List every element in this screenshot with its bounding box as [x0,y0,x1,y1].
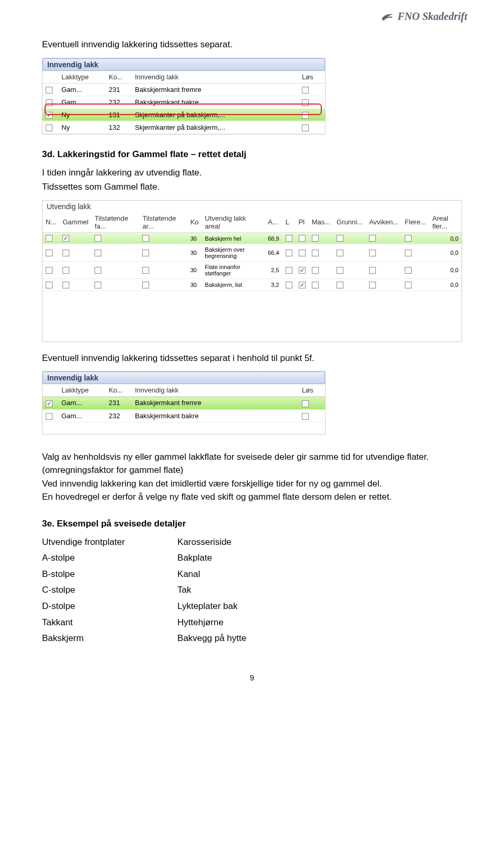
checkbox-icon [312,282,319,288]
checkbox-icon [142,282,149,288]
checkbox-icon [94,282,101,288]
th-ko-3: Ko... [106,384,132,397]
checkbox-icon [94,250,101,256]
checkbox-icon [62,267,69,274]
page-number: 9 [42,673,462,682]
th: Tilstøtende fa... [91,212,139,233]
section-3e-title: 3e. Eksempel på sveisede detaljer [42,519,462,529]
red-highlight-3 [43,422,320,434]
checkbox-icon [46,235,52,242]
panel-title-3: Innvendig lakk [43,371,325,384]
list-item: Lykteplater bak [177,598,246,615]
checkbox-icon [299,235,306,242]
checkbox-icon [337,282,343,288]
list-item: Kanal [177,566,246,583]
th-ko: Ko... [106,71,132,84]
checkbox-icon [299,250,306,256]
th-chk-3 [43,384,58,397]
th: Areal fler... [429,212,461,233]
logo: FNO Skadedrift [381,11,467,23]
th: Tilstøtende ar... [139,212,187,233]
logo-icon [381,11,394,23]
checkbox-icon [46,125,52,131]
checkbox-icon [405,267,412,274]
checkbox-icon [62,235,69,242]
checkbox-icon [46,112,52,119]
checkbox-icon [46,267,52,274]
table-row: Ny131Skjermkanter på bakskjerm,... [43,108,325,121]
th: Utvendig lakk areal [202,212,265,233]
checkbox-icon [46,99,52,106]
checkbox-icon [337,267,343,274]
table-row: Ny132Skjermkanter på bakskjerm,... [43,121,325,133]
checkbox-icon [142,250,149,256]
para-3d-2: Tidssettes som Gammel flate. [42,180,462,194]
table-innvendig-1: Innvendig lakk Lakktype Ko... Innvendig … [42,58,326,135]
table-row: 30Bakskjerm hel68,90,0 [43,232,461,244]
logo-text: FNO Skadedrift [397,11,467,23]
th-type-3: Lakktype [58,384,106,397]
checkbox-icon [312,267,319,274]
list-item: Karosseriside [177,534,246,551]
checkbox-icon [312,235,319,242]
checkbox-icon [94,235,101,242]
th-desc: Innvendig lakk [132,71,299,84]
table-utvendig: Utvendig lakk N...GammelTilstøtende fa..… [42,200,462,342]
checkbox-icon [286,235,292,242]
checkbox-icon [46,87,52,94]
table-row: Gam...232Bakskjermkant bakre [43,96,325,108]
checkbox-icon [369,282,376,288]
th: Flere... [402,212,429,233]
checkbox-icon [302,99,309,106]
list-item: A-stolpe [42,550,125,566]
th: Grunni... [333,212,366,233]
panel-title-2: Utvendig lakk [43,201,461,212]
checkbox-icon [405,250,412,256]
section-3d-title: 3d. Lakkeringstid for Gammel flate – ret… [42,149,462,160]
table-row: 30Bakskjerm, list3,20,0 [43,279,461,291]
checkbox-icon [302,87,309,94]
checkbox-icon [337,235,343,242]
checkbox-icon [302,125,309,131]
para-ved: Ved innvendig lakkering kan det imidlert… [42,477,462,491]
th: A... [265,212,282,233]
checkbox-icon [405,282,412,288]
checkbox-icon [46,413,52,420]
para-en: En hovedregel er derfor å velge ny flate… [42,490,462,504]
checkbox-icon [302,400,309,407]
checkbox-icon [142,267,149,274]
checkbox-icon [46,400,52,407]
panel-title-1: Innvendig lakk [43,58,325,71]
checkbox-icon [46,282,52,288]
th-desc-3: Innvendig lakk [132,384,299,397]
th: Gammel [59,212,91,233]
list-item: Bakvegg på hytte [177,631,246,647]
table-row: 30Flate innanfor støtfanger2,50,0 [43,262,461,279]
list-item: Utvendige frontplater [42,534,125,551]
checkbox-icon [286,282,292,288]
checkbox-icon [286,267,292,274]
th-los: Løs [299,71,325,84]
list-item: Tak [177,582,246,598]
table-row: 30Bakskjerm over begrensning66,40,0 [43,244,461,262]
checkbox-icon [369,250,376,256]
red-highlight-2 [43,291,70,342]
th-chk [43,71,58,84]
checkbox-icon [46,250,52,256]
para-valg: Valg av henholdsvis ny eller gammel lakk… [42,450,462,477]
checkbox-icon [94,267,101,274]
checkbox-icon [62,282,69,288]
checkbox-icon [62,250,69,256]
checkbox-icon [312,250,319,256]
checkbox-icon [369,267,376,274]
para-3d-1: I tiden inngår lakkering av utvendig fla… [42,166,462,180]
checkbox-icon [369,235,376,242]
table-row: Gam...231Bakskjermkant fremre [43,83,325,96]
th: Pl [296,212,309,233]
checkbox-icon [405,235,412,242]
list-item: Takkant [42,615,125,631]
checkbox-icon [302,112,309,119]
list-item: D-stolpe [42,598,125,615]
checkbox-icon [302,413,309,420]
checkbox-icon [337,250,343,256]
